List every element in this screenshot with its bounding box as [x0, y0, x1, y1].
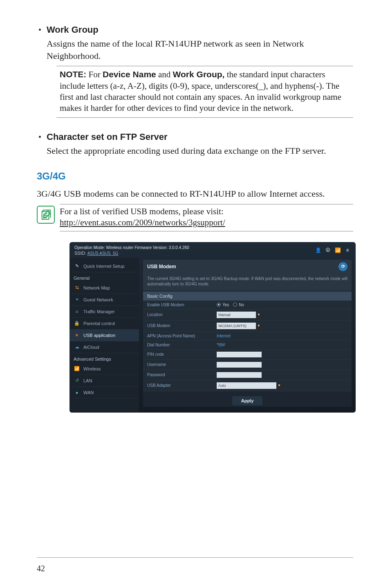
- sidebar-item-wan[interactable]: ●WAN: [69, 387, 139, 399]
- sidebar-item-usb-app[interactable]: ★USB application: [69, 330, 139, 341]
- radio-yes[interactable]: Yes: [217, 303, 229, 307]
- ui-main-panel: USB Modem ⟳ The current 3G/4G setting is…: [139, 258, 356, 413]
- panel-title: USB Modem: [147, 264, 176, 269]
- section-3g4g: 3G/4G 3G/4G USB modems can be connected …: [37, 171, 353, 231]
- panel-subhead: Basic Config: [143, 292, 352, 301]
- sidebar-quick-setup[interactable]: ✎ Quick Internet Setup: [69, 260, 139, 272]
- form-label: USB Adapter: [147, 383, 217, 388]
- item-body: Select the appropriate encoding used dur…: [47, 145, 353, 157]
- form-label: Location: [147, 312, 217, 317]
- item-body: Assigns the name of the local RT-N14UHP …: [47, 38, 353, 62]
- form-label: USB Modem: [147, 323, 217, 328]
- item-heading: Character set on FTP Server: [47, 132, 168, 142]
- note-t2: and: [156, 70, 173, 79]
- wand-icon: ✎: [74, 263, 80, 269]
- note-b2: Work Group,: [173, 70, 225, 79]
- radio-label: Yes: [222, 303, 229, 307]
- select-value: WCDMA (UMTS): [218, 324, 247, 328]
- row-usb-modem: USB Modem WCDMA (UMTS)▼: [143, 321, 352, 332]
- wifi-icon[interactable]: 📶: [334, 247, 341, 254]
- select-usb-modem[interactable]: WCDMA (UMTS)▼: [217, 323, 262, 329]
- sidebar-item-label: Quick Internet Setup: [83, 264, 124, 269]
- radio-no[interactable]: No: [233, 303, 244, 307]
- ui-sidebar: ✎ Quick Internet Setup General ⇆Network …: [69, 258, 139, 413]
- form-label: Password: [147, 373, 217, 377]
- wan-icon: ●: [74, 389, 80, 396]
- chevron-down-icon: ▼: [256, 323, 262, 329]
- sidebar-item-label: Traffic Manager: [83, 309, 114, 314]
- traffic-icon: ≡: [74, 308, 80, 315]
- select-value: Auto: [218, 384, 226, 388]
- chevron-down-icon: ▼: [256, 312, 262, 318]
- ssid-label: SSID:: [74, 251, 86, 256]
- form-label: Dial Number: [147, 343, 217, 347]
- form-label: Enable USB Modem: [147, 303, 217, 307]
- notepad-icon: [37, 206, 55, 224]
- note-t1: For: [86, 70, 103, 79]
- sidebar-item-label: Wireless: [83, 366, 101, 371]
- info-text: For a list of verified USB modems, pleas…: [60, 204, 353, 231]
- bullet-icon: •: [37, 25, 47, 35]
- apn-value[interactable]: Internet: [217, 334, 231, 338]
- sidebar-item-aicloud[interactable]: ☁AiCloud: [69, 341, 139, 353]
- row-dial-number: Dial Number *99#: [143, 341, 352, 350]
- sidebar-item-label: AiCloud: [83, 345, 99, 350]
- pin-input[interactable]: [217, 352, 262, 357]
- ssid-value[interactable]: ASUS ASUS_5G: [87, 251, 119, 256]
- doc-item-charset: • Character set on FTP Server Select the…: [37, 132, 353, 157]
- row-enable-usb-modem: Enable USB Modem Yes No: [143, 301, 352, 310]
- footer-rule: [37, 557, 353, 558]
- dial-value[interactable]: *99#: [217, 343, 225, 347]
- router-ui-screenshot: Operation Mode: Wireless router Firmware…: [69, 242, 356, 413]
- select-value: Manual: [218, 313, 231, 317]
- lock-icon: 🔒: [74, 320, 80, 327]
- doc-item-work-group: • Work Group Assigns the name of the loc…: [37, 25, 353, 118]
- select-location[interactable]: Manual▼: [217, 312, 262, 318]
- globe-icon[interactable]: ⦿: [325, 247, 331, 254]
- sidebar-item-label: Guest Network: [83, 297, 113, 302]
- chevron-down-icon: ▼: [276, 382, 282, 389]
- row-location: Location Manual▼: [143, 310, 352, 321]
- row-username: Username: [143, 360, 352, 370]
- cloud-icon: ☁: [74, 344, 80, 350]
- guest-icon: ✶: [74, 296, 80, 303]
- section-body: 3G/4G USB modems can be connected to RT-…: [37, 188, 353, 200]
- sidebar-cat-advanced: Advanced Settings: [69, 353, 139, 363]
- bullet-icon: •: [37, 132, 47, 142]
- user-icon[interactable]: 👤: [315, 247, 321, 254]
- section-heading: 3G/4G: [37, 171, 353, 182]
- sidebar-item-parental[interactable]: 🔒Parental control: [69, 318, 139, 330]
- wireless-icon: 📶: [74, 366, 80, 372]
- note-label: NOTE:: [60, 70, 86, 79]
- ui-topbar: Operation Mode: Wireless router Firmware…: [69, 242, 356, 258]
- usb-icon: ★: [74, 332, 80, 339]
- sidebar-item-lan[interactable]: ↺LAN: [69, 375, 139, 387]
- row-usb-adapter: USB Adapter Auto▼: [143, 380, 352, 391]
- sidebar-item-network-map[interactable]: ⇆Network Map: [69, 282, 139, 294]
- sidebar-item-label: LAN: [83, 378, 92, 383]
- page-number: 42: [37, 564, 45, 573]
- radio-label: No: [239, 303, 244, 307]
- menu-icon[interactable]: ≡: [344, 247, 351, 254]
- row-pin: PIN code: [143, 350, 352, 360]
- form-label: APN (Access Point Name): [147, 334, 217, 338]
- info-line: For a list of verified USB modems, pleas…: [60, 206, 224, 216]
- refresh-icon[interactable]: ⟳: [338, 262, 347, 271]
- row-apn: APN (Access Point Name) Internet: [143, 332, 352, 341]
- sidebar-cat-general: General: [69, 272, 139, 282]
- panel-desc: The current 3G/4G setting is set to 3G/4…: [143, 274, 352, 291]
- sidebar-item-wireless[interactable]: 📶Wireless: [69, 363, 139, 375]
- select-usb-adapter[interactable]: Auto▼: [217, 382, 282, 389]
- sidebar-item-guest-network[interactable]: ✶Guest Network: [69, 294, 139, 306]
- form-label: PIN code: [147, 352, 217, 357]
- note-box: NOTE: For Device Name and Work Group, th…: [56, 66, 353, 117]
- sidebar-item-label: Parental control: [83, 321, 115, 326]
- sidebar-item-traffic[interactable]: ≡Traffic Manager: [69, 306, 139, 318]
- lan-icon: ↺: [74, 377, 80, 384]
- info-link[interactable]: http://event.asus.com/2009/networks/3gsu…: [60, 218, 225, 227]
- network-icon: ⇆: [74, 285, 80, 291]
- item-heading: Work Group: [47, 25, 99, 35]
- apply-button[interactable]: Apply: [232, 396, 263, 405]
- username-input[interactable]: [217, 362, 262, 368]
- password-input[interactable]: [217, 372, 262, 378]
